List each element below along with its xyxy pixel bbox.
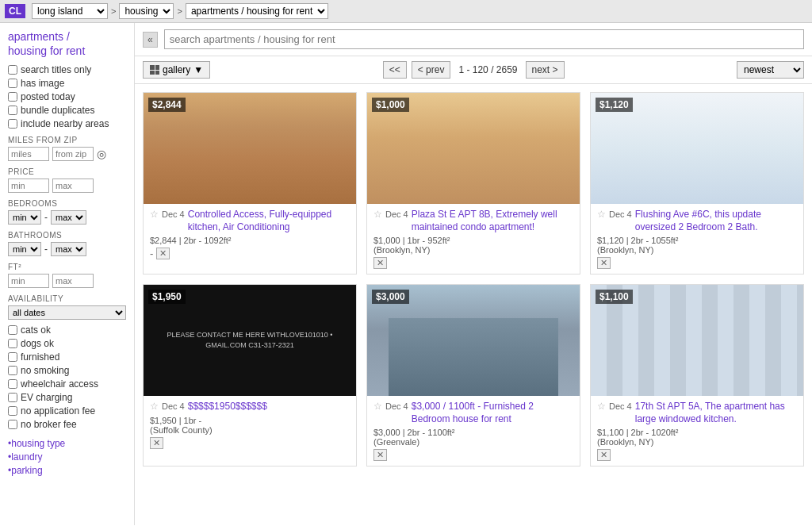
location-select[interactable]: long island new york city brooklyn xyxy=(32,3,108,19)
listing-card[interactable]: $1,000 ☆ Dec 4 Plaza St E APT 8B, Extrem… xyxy=(366,92,580,275)
remove-button[interactable]: ✕ xyxy=(150,437,163,449)
wheelchair-checkbox[interactable] xyxy=(8,379,17,389)
filter-no-smoking[interactable]: no smoking xyxy=(8,365,126,376)
miles-input[interactable] xyxy=(8,147,49,161)
housing-type-link[interactable]: housing type xyxy=(8,438,126,449)
filter-posted-today[interactable]: posted today xyxy=(8,91,126,102)
price-min-input[interactable] xyxy=(8,179,49,193)
remove-button[interactable]: ✕ xyxy=(597,449,611,461)
bedrooms-max-select[interactable]: max1234 xyxy=(51,210,86,225)
bundle-duplicates-label: bundle duplicates xyxy=(21,105,94,116)
sort-select[interactable]: newest oldest price asc price desc xyxy=(737,61,804,79)
search-titles-checkbox[interactable] xyxy=(8,65,17,75)
sidebar-title: apartments /housing for rent xyxy=(8,29,126,58)
listing-card[interactable]: PLEASE CONTACT ME HERE WITHLOVE101010 • … xyxy=(143,284,357,466)
listing-title[interactable]: Plaza St E APT 8B, Extremely well mainta… xyxy=(412,209,573,233)
bathrooms-max-select[interactable]: max123 xyxy=(51,242,86,256)
listing-meta: $1,000 | 1br - 952ft² xyxy=(373,236,573,245)
dogs-ok-label: dogs ok xyxy=(21,338,54,349)
listing-info: ☆ Dec 4 17th St APT 5A, The apartment ha… xyxy=(591,396,803,466)
next-button[interactable]: next > xyxy=(526,61,565,79)
bedrooms-label: BEDROOMS xyxy=(8,199,126,208)
prev-prev-button[interactable]: << xyxy=(383,61,407,79)
no-smoking-checkbox[interactable] xyxy=(8,366,17,375)
listing-card[interactable]: $2,844 ☆ Dec 4 Controlled Access, Fully-… xyxy=(143,92,357,275)
availability-select[interactable]: all datestodaythis weekthis month xyxy=(8,305,126,320)
listing-info: ☆ Dec 4 Plaza St E APT 8B, Extremely wel… xyxy=(367,204,580,274)
ft2-max-input[interactable] xyxy=(52,274,94,288)
listing-image: $3,000 xyxy=(367,285,580,396)
filter-include-nearby[interactable]: include nearby areas xyxy=(8,118,126,129)
bedrooms-min-select[interactable]: min1234 xyxy=(8,210,41,225)
gallery-button[interactable]: gallery ▼ xyxy=(143,61,210,79)
ev-charging-checkbox[interactable] xyxy=(8,393,17,402)
remove-button[interactable]: ✕ xyxy=(373,257,387,269)
listing-title[interactable]: Flushing Ave #6C, this update oversized … xyxy=(635,209,797,233)
listing-title[interactable]: $$$$$1950$$$$$$ xyxy=(188,401,267,413)
star-icon[interactable]: ☆ xyxy=(373,401,382,412)
filter-no-broker-fee[interactable]: no broker fee xyxy=(8,419,126,430)
star-icon[interactable]: ☆ xyxy=(373,209,382,220)
no-smoking-label: no smoking xyxy=(21,365,69,376)
remove-button[interactable]: ✕ xyxy=(597,257,611,269)
collapse-button[interactable]: « xyxy=(143,32,158,48)
results-area: $2,844 ☆ Dec 4 Controlled Access, Fully-… xyxy=(135,84,812,525)
listing-card[interactable]: $3,000 ☆ Dec 4 $3,000 / 1100ft - Furnish… xyxy=(366,284,580,466)
listing-location: (Brooklyn, NY) xyxy=(597,245,797,255)
target-icon[interactable]: ◎ xyxy=(97,148,106,160)
gallery-grid-icon xyxy=(150,65,159,75)
no-broker-fee-label: no broker fee xyxy=(21,419,77,430)
listing-date-title: ☆ Dec 4 Flushing Ave #6C, this update ov… xyxy=(597,209,797,233)
ft2-min-input[interactable] xyxy=(8,274,49,288)
include-nearby-checkbox[interactable] xyxy=(8,119,17,129)
filter-wheelchair-access[interactable]: wheelchair access xyxy=(8,378,126,390)
dogs-ok-checkbox[interactable] xyxy=(8,339,17,348)
listing-title[interactable]: $3,000 / 1100ft - Furnished 2 Bedroom ho… xyxy=(412,401,573,425)
listing-card[interactable]: $1,100 ☆ Dec 4 17th St APT 5A, The apart… xyxy=(590,284,804,466)
parking-link[interactable]: parking xyxy=(8,465,126,476)
listing-price-tag: $1,950 xyxy=(148,290,186,304)
arrow-icon-1: > xyxy=(111,6,116,16)
cats-ok-checkbox[interactable] xyxy=(8,325,17,335)
bathrooms-min-select[interactable]: min123 xyxy=(8,242,41,256)
listing-actions: ✕ xyxy=(373,257,573,269)
has-image-checkbox[interactable] xyxy=(8,79,17,88)
furnished-checkbox[interactable] xyxy=(8,352,17,362)
search-input[interactable] xyxy=(164,29,804,49)
posted-today-checkbox[interactable] xyxy=(8,92,17,102)
remove-button[interactable]: ✕ xyxy=(156,248,170,259)
star-icon[interactable]: ☆ xyxy=(150,209,159,220)
listing-date-title: ☆ Dec 4 Plaza St E APT 8B, Extremely wel… xyxy=(373,209,573,233)
remove-button[interactable]: ✕ xyxy=(373,449,387,461)
filter-cats-ok[interactable]: cats ok xyxy=(8,324,126,336)
has-image-label: has image xyxy=(21,78,64,89)
filter-dogs-ok[interactable]: dogs ok xyxy=(8,338,126,349)
prev-button[interactable]: < prev xyxy=(412,61,451,79)
star-icon[interactable]: ☆ xyxy=(150,401,159,412)
star-icon[interactable]: ☆ xyxy=(597,401,606,412)
gallery-label: gallery xyxy=(163,64,190,75)
filter-has-image[interactable]: has image xyxy=(8,78,126,89)
no-app-fee-checkbox[interactable] xyxy=(8,406,17,416)
filter-furnished[interactable]: furnished xyxy=(8,351,126,363)
filter-search-titles[interactable]: search titles only xyxy=(8,64,126,75)
filter-bundle-duplicates[interactable]: bundle duplicates xyxy=(8,105,126,116)
listing-title[interactable]: Controlled Access, Fully-equipped kitche… xyxy=(188,209,350,233)
star-icon[interactable]: ☆ xyxy=(597,209,606,220)
category-select[interactable]: housing jobs for sale xyxy=(119,3,174,19)
price-max-input[interactable] xyxy=(52,179,94,193)
filter-ev-charging[interactable]: EV charging xyxy=(8,392,126,403)
listing-card[interactable]: $1,120 ☆ Dec 4 Flushing Ave #6C, this up… xyxy=(590,92,804,275)
arrow-icon-2: > xyxy=(177,6,182,16)
listing-image: $2,844 xyxy=(144,93,356,204)
zip-input[interactable] xyxy=(52,147,94,161)
subcategory-select[interactable]: apartments / housing for rent rooms / sh… xyxy=(186,3,328,19)
filter-no-app-fee[interactable]: no application fee xyxy=(8,405,126,417)
laundry-link[interactable]: laundry xyxy=(8,451,126,463)
bundle-duplicates-checkbox[interactable] xyxy=(8,106,17,115)
listing-price-tag: $1,100 xyxy=(596,290,633,304)
listing-title[interactable]: 17th St APT 5A, The apartment has large … xyxy=(635,401,797,425)
minus-button[interactable]: - xyxy=(150,248,153,259)
no-broker-fee-checkbox[interactable] xyxy=(8,420,17,429)
craigslist-logo: CL xyxy=(5,4,25,18)
